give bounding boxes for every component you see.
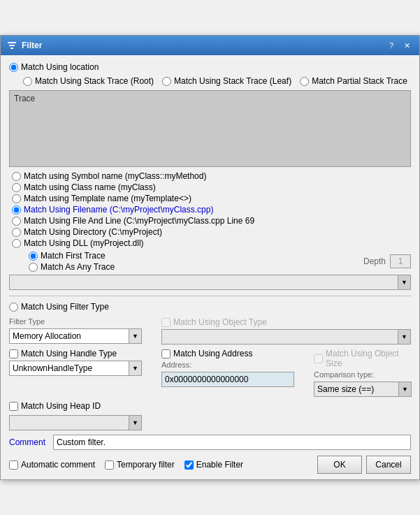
option-class-label[interactable]: Match using Class name (myClass) xyxy=(24,182,156,192)
enable-filter-label[interactable]: Enable Filter xyxy=(196,460,243,470)
help-button[interactable]: ? xyxy=(384,39,398,52)
option-class-radio[interactable] xyxy=(12,183,21,192)
object-type-arrow[interactable]: ▼ xyxy=(398,330,410,344)
object-type-label[interactable]: Match Using Object Type xyxy=(173,317,267,327)
object-size-checkbox[interactable] xyxy=(314,354,323,363)
filter-type-col: Filter Type ▼ xyxy=(9,317,156,344)
handle-address-size-row: Match Using Handle Type ▼ Match Using Ad… xyxy=(9,349,411,397)
heap-id-dropdown[interactable]: ▼ xyxy=(9,415,142,430)
option-directory-radio[interactable] xyxy=(12,228,21,237)
match-first-trace-label[interactable]: Match First Trace xyxy=(41,251,106,261)
partial-stack-label[interactable]: Match Partial Stack Trace xyxy=(312,76,407,86)
match-any-trace-radio[interactable] xyxy=(29,263,38,272)
comparison-type-arrow[interactable]: ▼ xyxy=(398,382,411,396)
stack-trace-leaf-row: Match Using Stack Trace (Leaf) xyxy=(162,76,291,86)
cancel-button[interactable]: Cancel xyxy=(366,456,411,474)
auto-comment-label[interactable]: Automatic comment xyxy=(21,460,95,470)
option-filename-label[interactable]: Match Using Filename (C:\myProject\myCla… xyxy=(24,205,213,215)
handle-type-dropdown[interactable]: ▼ xyxy=(9,361,142,376)
heap-id-input[interactable] xyxy=(10,416,129,430)
match-first-trace-radio[interactable] xyxy=(29,252,38,261)
close-button[interactable]: ✕ xyxy=(400,39,414,52)
trace-match-options: Match First Trace Match As Any Trace xyxy=(29,251,115,272)
ok-button[interactable]: OK xyxy=(317,456,362,474)
filter-icon xyxy=(6,40,17,51)
option-directory: Match Using Directory (C:\myProject) xyxy=(9,227,411,237)
option-filename-radio[interactable] xyxy=(12,205,21,215)
section-divider xyxy=(9,296,411,296)
handle-type-checkbox[interactable] xyxy=(9,349,18,358)
svg-rect-1 xyxy=(9,45,15,46)
object-size-label[interactable]: Match Using Object Size xyxy=(326,349,412,368)
heap-id-checkbox[interactable] xyxy=(9,402,18,411)
comparison-type-input[interactable] xyxy=(314,382,398,396)
filter-type-dropdown[interactable]: ▼ xyxy=(9,328,142,344)
object-type-dropdown[interactable]: ▼ xyxy=(161,329,411,344)
stack-trace-leaf-radio[interactable] xyxy=(162,77,171,86)
main-location-row: Match Using location xyxy=(9,62,411,72)
svg-rect-0 xyxy=(8,42,16,43)
options-group: Match using Symbol name (myClass::myMeth… xyxy=(9,171,411,248)
object-size-col: Match Using Object Size Comparison type:… xyxy=(314,349,412,397)
comment-label: Comment xyxy=(9,437,48,447)
stack-trace-root-row: Match Using Stack Trace (Root) xyxy=(23,76,154,86)
depth-label: Depth xyxy=(363,256,386,266)
comment-row: Comment xyxy=(9,435,411,450)
handle-type-label[interactable]: Match Using Handle Type xyxy=(21,349,117,358)
trace-dropdown[interactable]: ▼ xyxy=(9,275,411,290)
option-symbol-radio[interactable] xyxy=(12,172,21,181)
filter-object-row: Filter Type ▼ Match Using Object Type ▼ xyxy=(9,317,411,344)
comment-input[interactable] xyxy=(53,435,411,450)
match-location-radio[interactable] xyxy=(9,63,18,72)
heap-id-row: Match Using Heap ID xyxy=(9,401,411,411)
option-template: Match using Template name (myTemplate<>) xyxy=(9,194,411,203)
enable-filter-checkbox[interactable] xyxy=(184,460,194,470)
handle-type-arrow[interactable]: ▼ xyxy=(129,361,141,375)
object-type-input[interactable] xyxy=(162,330,398,344)
filter-type-arrow[interactable]: ▼ xyxy=(129,329,141,343)
option-dll-label[interactable]: Match Using DLL (myProject.dll) xyxy=(24,238,144,248)
filter-type-input[interactable] xyxy=(10,329,129,343)
temp-filter-label[interactable]: Temporary filter xyxy=(117,460,175,470)
match-filter-type-label[interactable]: Match Using Filter Type xyxy=(21,302,109,312)
stack-trace-leaf-label[interactable]: Match Using Stack Trace (Leaf) xyxy=(174,76,291,86)
handle-type-input[interactable] xyxy=(10,361,129,375)
address-check-row: Match Using Address xyxy=(161,349,308,358)
option-file-line-label[interactable]: Match Using File And Line (C:\myProject\… xyxy=(24,216,254,226)
trace-box: Trace xyxy=(9,90,411,167)
dropdown-bar-row: ▼ xyxy=(9,275,411,290)
match-location-label[interactable]: Match Using location xyxy=(21,62,99,72)
bottom-row: Automatic comment Temporary filter Enabl… xyxy=(9,456,411,474)
address-checkbox[interactable] xyxy=(161,349,171,358)
option-class: Match using Class name (myClass) xyxy=(9,182,411,192)
option-file-line: Match Using File And Line (C:\myProject\… xyxy=(9,216,411,226)
auto-comment-checkbox[interactable] xyxy=(9,460,18,470)
partial-stack-radio[interactable] xyxy=(300,77,309,86)
address-label[interactable]: Match Using Address xyxy=(173,349,252,358)
handle-type-col: Match Using Handle Type ▼ xyxy=(9,349,156,397)
depth-row: Depth xyxy=(363,254,411,268)
address-input[interactable] xyxy=(161,372,294,387)
heap-id-label[interactable]: Match Using Heap ID xyxy=(21,401,101,411)
heap-id-dropdown-row: ▼ xyxy=(9,415,411,430)
option-symbol-label[interactable]: Match using Symbol name (myClass::myMeth… xyxy=(24,171,206,181)
handle-type-check-row: Match Using Handle Type xyxy=(9,349,156,358)
object-type-checkbox[interactable] xyxy=(161,318,171,327)
comparison-type-dropdown[interactable]: ▼ xyxy=(314,382,412,397)
trace-dropdown-arrow[interactable]: ▼ xyxy=(398,275,410,289)
option-dll-radio[interactable] xyxy=(12,239,21,248)
option-symbol: Match using Symbol name (myClass::myMeth… xyxy=(9,171,411,181)
temp-filter-row: Temporary filter xyxy=(105,460,175,470)
option-template-radio[interactable] xyxy=(12,194,21,203)
heap-id-arrow[interactable]: ▼ xyxy=(129,416,141,430)
trace-dropdown-input[interactable] xyxy=(10,275,398,289)
temp-filter-checkbox[interactable] xyxy=(105,460,114,470)
option-file-line-radio[interactable] xyxy=(12,217,21,226)
option-template-label[interactable]: Match using Template name (myTemplate<>) xyxy=(24,194,191,203)
stack-trace-root-radio[interactable] xyxy=(23,77,32,86)
match-any-trace-label[interactable]: Match As Any Trace xyxy=(41,262,115,272)
option-directory-label[interactable]: Match Using Directory (C:\myProject) xyxy=(24,227,162,237)
stack-trace-root-label[interactable]: Match Using Stack Trace (Root) xyxy=(35,76,154,86)
match-filter-type-radio[interactable] xyxy=(9,303,18,312)
depth-input[interactable] xyxy=(390,254,411,268)
